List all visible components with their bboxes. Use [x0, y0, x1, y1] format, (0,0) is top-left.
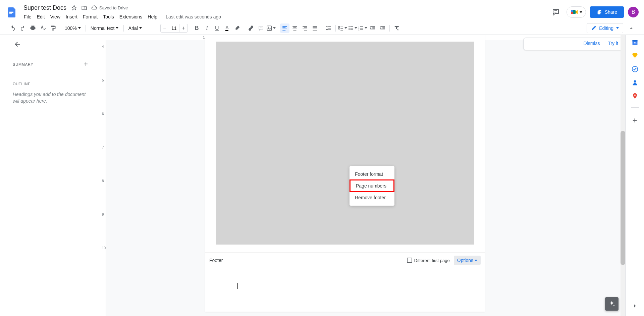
svg-rect-0: [9, 11, 13, 11]
svg-point-25: [634, 94, 635, 96]
footer-label: Footer: [209, 258, 223, 263]
svg-rect-13: [338, 28, 340, 29]
star-icon[interactable]: [71, 5, 77, 11]
text-color-icon[interactable]: A: [222, 23, 232, 33]
align-center-icon[interactable]: [290, 23, 300, 33]
style-dropdown[interactable]: Normal text: [88, 24, 121, 32]
line-spacing-icon[interactable]: [324, 23, 333, 33]
save-status-text: Saved to Drive: [99, 5, 128, 10]
font-size-decrease[interactable]: −: [161, 24, 169, 32]
indent-increase-icon[interactable]: [378, 23, 387, 33]
title-area: Super test Docs Saved to Drive File Edit…: [21, 4, 549, 21]
page[interactable]: Footer Different first page Options: [205, 35, 485, 312]
share-button[interactable]: Share: [590, 6, 624, 18]
options-menu: Footer format Page numbers Remove footer: [350, 166, 394, 206]
svg-point-15: [348, 28, 350, 29]
contacts-icon[interactable]: [632, 79, 638, 86]
meet-button[interactable]: [567, 6, 586, 18]
outline-empty-text: Headings you add to the document will ap…: [8, 89, 93, 107]
add-summary-icon[interactable]: +: [84, 60, 88, 68]
footer-content[interactable]: [205, 268, 485, 312]
menu-format[interactable]: Format: [80, 13, 100, 21]
svg-text:31: 31: [634, 42, 636, 45]
svg-rect-2: [9, 13, 12, 14]
svg-point-24: [634, 80, 636, 83]
zoom-dropdown[interactable]: 100%: [62, 24, 84, 32]
collapse-toolbar-icon[interactable]: [627, 23, 636, 33]
calendar-icon[interactable]: 31: [632, 39, 638, 46]
font-size-input[interactable]: [169, 24, 179, 32]
move-icon[interactable]: [81, 5, 87, 11]
print-icon[interactable]: [28, 23, 38, 33]
menu-edit[interactable]: Edit: [35, 13, 47, 21]
bullet-list-icon[interactable]: [348, 23, 357, 33]
try-it-link[interactable]: Try it: [608, 41, 618, 46]
checklist-icon[interactable]: [338, 23, 347, 33]
scrollbar-thumb[interactable]: [621, 131, 625, 265]
link-icon[interactable]: [246, 23, 256, 33]
comments-icon[interactable]: [549, 5, 562, 19]
menu-option-remove-footer[interactable]: Remove footer: [350, 192, 394, 203]
spellcheck-icon[interactable]: [38, 23, 48, 33]
add-addon-icon[interactable]: +: [632, 116, 637, 125]
save-status[interactable]: Saved to Drive: [91, 5, 128, 11]
different-first-page-checkbox[interactable]: Different first page: [407, 258, 450, 263]
menu-help[interactable]: Help: [145, 13, 160, 21]
header: Super test Docs Saved to Drive File Edit…: [0, 0, 644, 21]
font-size-increase[interactable]: +: [179, 24, 187, 32]
image-icon[interactable]: [266, 23, 276, 33]
undo-icon[interactable]: [8, 23, 17, 33]
last-edit-link[interactable]: Last edit was seconds ago: [166, 14, 221, 19]
checkbox-icon: [407, 258, 412, 263]
tasks-icon[interactable]: [632, 66, 638, 72]
avatar[interactable]: B: [628, 7, 639, 17]
left-panel: SUMMARY + OUTLINE Headings you add to th…: [0, 35, 101, 316]
editing-mode-button[interactable]: Editing: [587, 23, 623, 33]
options-button[interactable]: Options: [454, 256, 481, 265]
italic-icon[interactable]: I: [202, 23, 212, 33]
footer-bar: Footer Different first page Options: [205, 253, 485, 268]
indent-decrease-icon[interactable]: [368, 23, 377, 33]
ruler-vertical[interactable]: 4 5 6 7 8 9 10: [101, 35, 106, 316]
back-icon[interactable]: [13, 40, 93, 50]
svg-rect-9: [235, 30, 239, 31]
svg-rect-6: [571, 10, 573, 12]
svg-rect-8: [597, 11, 600, 14]
comment-icon[interactable]: [256, 23, 266, 33]
keep-icon[interactable]: [632, 52, 638, 59]
menu-option-page-numbers[interactable]: Page numbers: [350, 179, 394, 192]
main: SUMMARY + OUTLINE Headings you add to th…: [0, 35, 644, 316]
bold-icon[interactable]: B: [192, 23, 202, 33]
toolbar: 100% Normal text Arial − + B I U A 123 E…: [0, 21, 644, 35]
right-rail: 31 +: [625, 35, 644, 316]
menu-file[interactable]: File: [21, 13, 34, 21]
align-right-icon[interactable]: [300, 23, 310, 33]
highlight-icon[interactable]: [232, 23, 242, 33]
page-body[interactable]: [216, 42, 474, 245]
redo-icon[interactable]: [18, 23, 28, 33]
maps-icon[interactable]: [632, 93, 638, 99]
align-left-icon[interactable]: [280, 23, 289, 33]
numbered-list-icon[interactable]: 123: [358, 23, 367, 33]
menu-extensions[interactable]: Extensions: [117, 13, 145, 21]
share-label: Share: [605, 9, 617, 15]
menu-tools[interactable]: Tools: [101, 13, 116, 21]
expand-rail-icon[interactable]: [632, 303, 638, 311]
svg-point-16: [348, 29, 350, 30]
font-dropdown[interactable]: Arial: [126, 24, 156, 32]
menu-insert[interactable]: Insert: [63, 13, 80, 21]
chevron-down-icon: [580, 11, 582, 13]
outline-title: OUTLINE: [8, 79, 93, 89]
paint-format-icon[interactable]: [48, 23, 58, 33]
docs-logo[interactable]: [5, 5, 19, 19]
underline-icon[interactable]: U: [212, 23, 222, 33]
menu-option-footer-format[interactable]: Footer format: [350, 169, 394, 179]
clear-format-icon[interactable]: [392, 23, 401, 33]
menu-view[interactable]: View: [48, 13, 63, 21]
dismiss-link[interactable]: Dismiss: [583, 41, 600, 46]
svg-rect-10: [267, 26, 272, 31]
doc-title[interactable]: Super test Docs: [21, 4, 68, 12]
align-justify-icon[interactable]: [310, 23, 320, 33]
text-cursor: [237, 283, 238, 289]
explore-button[interactable]: [605, 297, 619, 311]
